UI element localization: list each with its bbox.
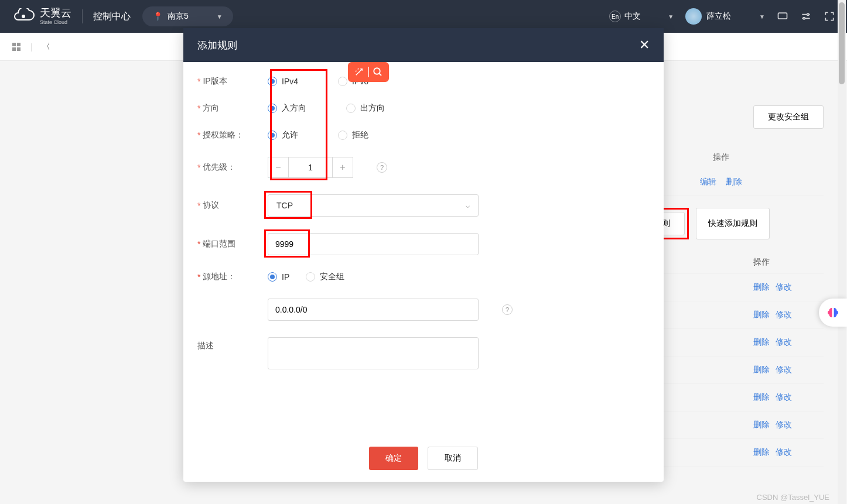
- modal-overlay: 添加规则 ✕ *IP版本 IPv4 IPv6: [0, 0, 847, 61]
- add-rule-modal: 添加规则 ✕ *IP版本 IPv4 IPv6: [183, 28, 664, 61]
- close-icon[interactable]: ✕: [639, 37, 650, 53]
- modal-title: 添加规则: [197, 39, 237, 52]
- modal-header: 添加规则 ✕: [183, 28, 664, 61]
